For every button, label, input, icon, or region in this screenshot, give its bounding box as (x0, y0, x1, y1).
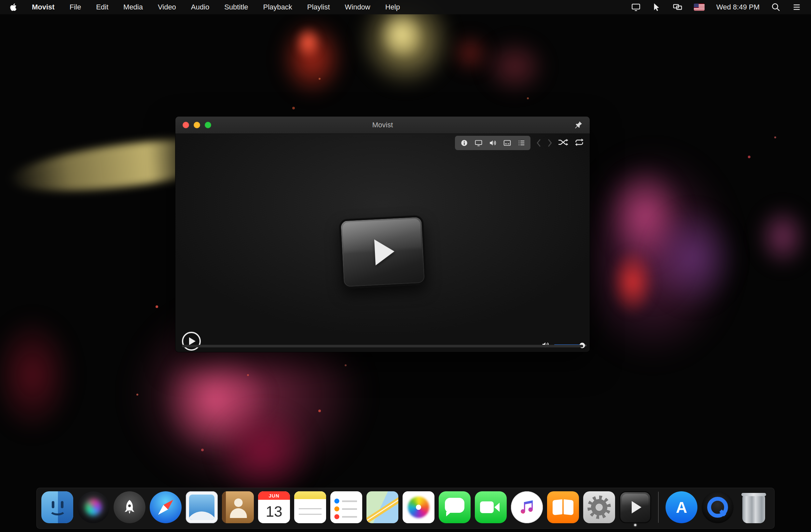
dock-separator (658, 492, 659, 523)
menu-video[interactable]: Video (158, 3, 176, 11)
gear-icon (587, 496, 611, 519)
dock-calendar-icon[interactable]: JUN 13 (258, 491, 290, 523)
next-icon[interactable] (547, 139, 553, 147)
previous-icon[interactable] (536, 139, 541, 147)
video-area[interactable] (175, 134, 590, 352)
dock-movist-icon[interactable] (619, 491, 651, 523)
cursor-icon[interactable] (652, 3, 661, 12)
window-title: Movist (175, 117, 590, 134)
subtitle-icon[interactable] (501, 138, 513, 148)
notification-center-icon[interactable] (792, 3, 801, 12)
menu-bar-clock[interactable]: Wed 8:49 PM (716, 3, 760, 11)
hud-controls (455, 136, 584, 150)
menu-playlist[interactable]: Playlist (307, 3, 330, 11)
menu-playback[interactable]: Playback (263, 3, 292, 11)
movist-window: Movist (175, 117, 590, 352)
repeat-icon[interactable] (574, 138, 584, 148)
menu-bar: Movist File Edit Media Video Audio Subti… (0, 0, 811, 14)
menu-media[interactable]: Media (123, 3, 143, 11)
shuffle-icon[interactable] (558, 138, 568, 148)
maps-road (366, 495, 398, 523)
play-glyph (374, 238, 395, 265)
rocket-icon (121, 499, 138, 516)
window-title-bar[interactable]: Movist (175, 117, 590, 134)
spotlight-search-icon[interactable] (771, 3, 780, 12)
open-book-glyph (553, 500, 573, 515)
finder-face (49, 504, 66, 515)
playlist-icon[interactable] (515, 138, 527, 148)
dock-trash-icon[interactable] (738, 491, 770, 523)
seek-bar[interactable] (182, 345, 583, 347)
dock-launchpad-icon[interactable] (113, 491, 146, 523)
menu-app-name[interactable]: Movist (32, 3, 55, 11)
calendar-day: 13 (258, 500, 290, 523)
display-icon[interactable] (472, 138, 485, 148)
calendar-month: JUN (258, 491, 290, 500)
dock-quicktime-icon[interactable] (702, 491, 734, 523)
app-store-letter: A (676, 499, 687, 516)
trash-bin (742, 495, 765, 523)
dock-mail-icon[interactable] (186, 491, 218, 523)
siri-wave (85, 499, 102, 515)
dock: JUN 13 A (36, 488, 775, 529)
compass-needle (156, 498, 176, 517)
pin-icon[interactable] (574, 121, 583, 129)
dock-messages-icon[interactable] (439, 491, 471, 523)
dock-notes-icon[interactable] (294, 491, 326, 523)
hud-toolbar (455, 136, 531, 150)
dock-ibooks-icon[interactable] (547, 491, 579, 523)
dock-itunes-icon[interactable] (511, 491, 543, 523)
desktop[interactable]: Movist File Edit Media Video Audio Subti… (0, 0, 811, 532)
dock-finder-icon[interactable] (41, 491, 73, 523)
dock-maps-icon[interactable] (366, 491, 398, 523)
mail-stamp (189, 495, 214, 520)
play-button[interactable] (182, 332, 201, 351)
movist-play-glyph (632, 501, 641, 514)
photos-flower (408, 497, 429, 518)
screen-sharing-icon[interactable] (631, 3, 641, 12)
quicktime-q-glyph (707, 497, 728, 518)
camera-glyph (480, 501, 494, 513)
dock-contacts-icon[interactable] (222, 491, 254, 523)
dock-facetime-icon[interactable] (475, 491, 507, 523)
play-triangle-icon (189, 337, 196, 345)
dock-photos-icon[interactable] (402, 491, 434, 523)
contact-silhouette (234, 499, 243, 507)
menu-bar-status-area: Wed 8:49 PM (631, 3, 801, 12)
dock-siri-icon[interactable] (77, 491, 109, 523)
displays-icon[interactable] (673, 3, 682, 12)
music-note-icon (518, 499, 536, 516)
menu-audio[interactable]: Audio (191, 3, 209, 11)
dock-system-preferences-icon[interactable] (583, 491, 615, 523)
dock-reminders-icon[interactable] (330, 491, 362, 523)
running-indicator (634, 524, 637, 526)
dock-safari-icon[interactable] (150, 491, 182, 523)
menu-help[interactable]: Help (385, 3, 400, 11)
speech-bubble (445, 498, 464, 513)
us-flag-icon[interactable] (694, 4, 705, 11)
dock-app-store-icon[interactable]: A (665, 491, 698, 523)
info-icon[interactable] (458, 138, 470, 148)
volume-icon[interactable] (487, 138, 499, 148)
menu-edit[interactable]: Edit (96, 3, 108, 11)
menu-file[interactable]: File (70, 3, 81, 11)
menu-window[interactable]: Window (345, 3, 370, 11)
menu-subtitle[interactable]: Subtitle (224, 3, 248, 11)
movist-logo-placeholder (338, 215, 427, 289)
apple-menu-icon[interactable] (10, 3, 17, 11)
